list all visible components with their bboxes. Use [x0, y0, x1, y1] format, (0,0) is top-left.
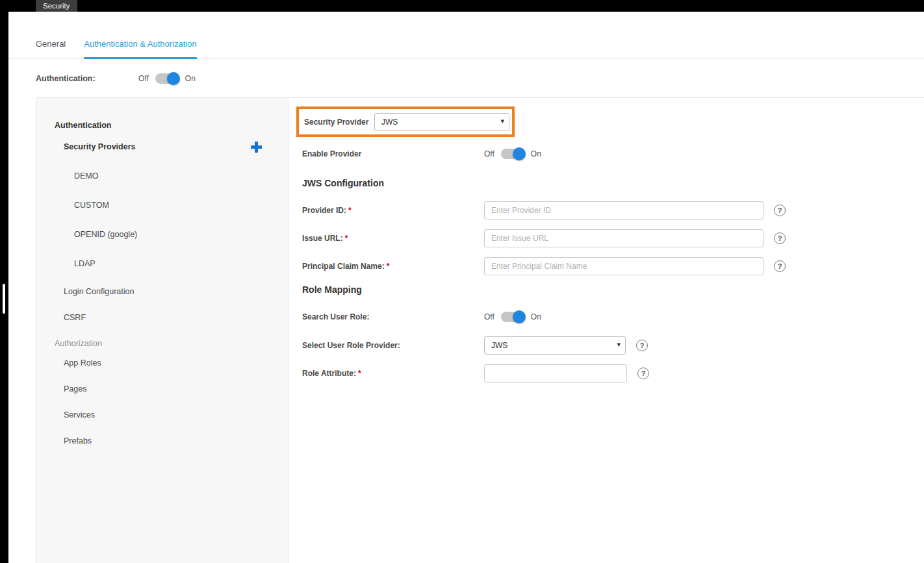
sidebar-item-provider-openid[interactable]: OPENID (google)	[74, 228, 137, 241]
help-icon[interactable]: ?	[637, 368, 649, 379]
sidebar-item-security-providers[interactable]: Security Providers	[64, 140, 135, 153]
select-user-role-provider-row: Select User Role Provider: JWS ▾ ?	[302, 336, 924, 355]
required-asterisk: *	[387, 262, 390, 271]
toggle-off-label: Off	[138, 74, 149, 83]
add-provider-plus-icon[interactable]	[251, 142, 262, 153]
issue-url-input[interactable]	[484, 229, 764, 247]
role-mapping-heading: Role Mapping	[302, 283, 362, 296]
enable-provider-toggle[interactable]	[501, 149, 524, 159]
toggle-on-label: On	[531, 312, 541, 321]
user-role-provider-select[interactable]: JWS	[484, 336, 626, 355]
issue-url-row: Issue URL:* ?	[302, 229, 924, 247]
tab-general[interactable]: General	[36, 38, 66, 59]
sidebar-header-authentication: Authentication	[55, 119, 112, 132]
toggle-on-label: On	[531, 149, 541, 158]
toggle-on-label: On	[185, 74, 196, 83]
tab-authentication-authorization[interactable]: Authentication & Authorization	[84, 38, 196, 59]
sidebar-item-pages[interactable]: Pages	[64, 382, 86, 395]
search-user-role-label: Search User Role:	[302, 312, 484, 321]
authentication-toggle[interactable]	[155, 73, 179, 84]
issue-url-label: Issue URL:*	[302, 234, 484, 243]
security-nav-sidebar: Authentication Security Providers DEMO C…	[36, 98, 289, 563]
toggle-knob	[167, 72, 180, 85]
annotation-highlight: Security Provider JWS ▾	[296, 106, 515, 137]
required-asterisk: *	[348, 206, 352, 215]
help-icon[interactable]: ?	[774, 232, 786, 244]
role-attribute-input[interactable]	[484, 364, 627, 382]
enable-provider-label: Enable Provider	[302, 149, 484, 158]
toggle-off-label: Off	[484, 312, 494, 321]
provider-id-label: Provider ID:*	[302, 206, 484, 215]
left-edge-strip	[0, 0, 8, 563]
sidebar-item-csrf[interactable]: CSRF	[64, 311, 86, 324]
toggle-off-label: Off	[484, 149, 494, 158]
principal-claim-name-row: Principal Claim Name:* ?	[302, 257, 924, 275]
toggle-knob	[513, 310, 526, 323]
authentication-label: Authentication:	[36, 74, 138, 83]
search-user-role-row: Search User Role: Off On	[302, 308, 924, 326]
enable-provider-row: Enable Provider Off On	[302, 145, 924, 163]
sidebar-item-provider-demo[interactable]: DEMO	[74, 169, 99, 182]
security-app-tab[interactable]: Security	[36, 0, 77, 12]
sidebar-item-provider-custom[interactable]: CUSTOM	[74, 199, 109, 212]
jws-configuration-heading: JWS Configuration	[302, 177, 384, 190]
select-user-role-provider-label: Select User Role Provider:	[302, 341, 484, 350]
sidebar-item-provider-ldap[interactable]: LDAP	[74, 257, 96, 270]
sidebar-header-authorization: Authorization	[55, 337, 102, 350]
help-icon[interactable]: ?	[774, 260, 786, 272]
provider-form-content: Security Provider JWS ▾ Enable Provider …	[289, 98, 924, 563]
tab-bar: General Authentication & Authorization	[36, 38, 197, 59]
required-asterisk: *	[345, 234, 348, 243]
provider-id-input[interactable]	[484, 201, 764, 219]
principal-claim-name-label: Principal Claim Name:*	[302, 262, 484, 271]
required-asterisk: *	[358, 369, 361, 378]
top-bar: Security	[0, 0, 924, 12]
security-provider-select[interactable]: JWS	[374, 113, 509, 131]
role-attribute-row: Role Attribute:* ?	[302, 364, 924, 382]
drawer-handle[interactable]	[3, 284, 5, 314]
provider-id-row: Provider ID:* ?	[302, 201, 924, 219]
sidebar-item-prefabs[interactable]: Prefabs	[64, 434, 92, 447]
authentication-toggle-row: Authentication: Off On	[36, 70, 196, 87]
toggle-knob	[513, 147, 526, 160]
search-user-role-toggle[interactable]	[501, 312, 524, 322]
help-icon[interactable]: ?	[636, 340, 648, 351]
principal-claim-name-input[interactable]	[484, 257, 764, 275]
security-config-panel: Authentication Security Providers DEMO C…	[36, 97, 924, 563]
help-icon[interactable]: ?	[774, 205, 786, 216]
sidebar-item-app-roles[interactable]: App Roles	[64, 357, 101, 369]
sidebar-item-login-configuration[interactable]: Login Configuration	[64, 285, 134, 298]
security-provider-label: Security Provider	[304, 118, 369, 127]
sidebar-item-services[interactable]: Services	[64, 408, 95, 421]
role-attribute-label: Role Attribute:*	[302, 369, 484, 378]
